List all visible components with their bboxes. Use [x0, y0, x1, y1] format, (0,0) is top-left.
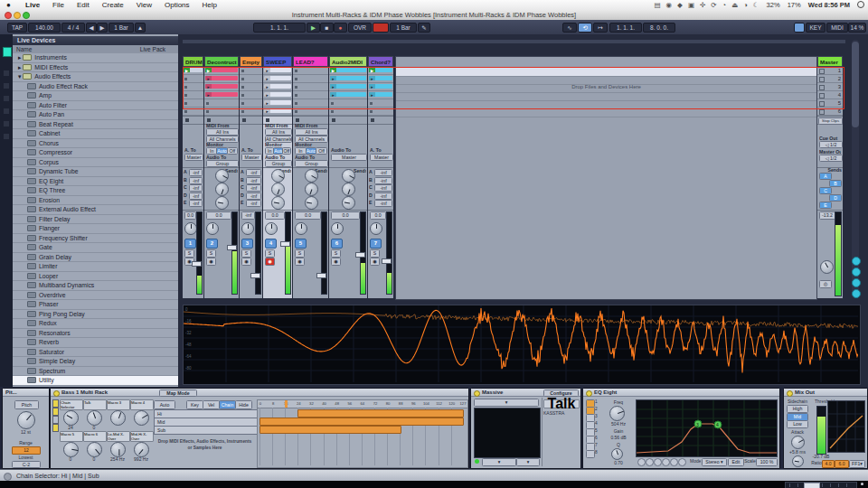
master-send-A[interactable]: A [819, 173, 832, 180]
browser-item-utility[interactable]: Utility [13, 376, 178, 386]
clip-slot[interactable] [293, 108, 328, 116]
clip[interactable]: ▸ [264, 76, 291, 80]
send-knob-B[interactable] [215, 183, 229, 196]
clip-slot[interactable]: ▶ [183, 67, 203, 75]
fader-cap[interactable] [227, 245, 237, 250]
volume-value[interactable]: -inf [241, 211, 255, 220]
preset-selector[interactable]: ▾ [474, 399, 539, 407]
browser-tab-led[interactable] [3, 47, 12, 57]
menu-edit[interactable]: Edit [71, 0, 96, 10]
midi-map-button[interactable]: MIDI [826, 23, 848, 33]
device-title[interactable]: EQ Eight [583, 389, 779, 397]
browser-item-redux[interactable]: Redux [13, 319, 178, 329]
midi-from-input[interactable]: All Ins [265, 128, 292, 136]
macro-knob-4[interactable] [134, 410, 149, 426]
clip-slot[interactable] [293, 99, 328, 108]
clip[interactable]: ▸ [264, 100, 291, 105]
clip-slot[interactable]: ▸ [263, 75, 292, 83]
send-knob-A[interactable] [342, 169, 355, 183]
send-amount-D[interactable]: -inf [189, 192, 203, 200]
pan-knob[interactable] [206, 222, 219, 235]
send-amount-B[interactable]: -inf [246, 177, 261, 184]
tempo-field[interactable]: 140.00 [28, 23, 61, 33]
clip-slot[interactable]: ▶ [204, 67, 239, 75]
browser-item-limiter[interactable]: Limiter [13, 262, 178, 272]
clip-slot[interactable] [329, 99, 367, 108]
clip[interactable]: ▸ [330, 92, 366, 97]
send-knob-C[interactable] [215, 196, 229, 210]
clip-slot[interactable]: ▸ [368, 91, 393, 99]
clip-slot[interactable] [240, 67, 262, 75]
master-header[interactable]: Master [817, 56, 843, 67]
browser-item-eq-eight[interactable]: EQ Eight [13, 177, 178, 187]
macro-knob-7[interactable] [110, 442, 126, 457]
macro-knob-6[interactable] [87, 442, 102, 457]
plugin-footer-box2[interactable]: ▾ [516, 458, 540, 466]
sync-icon[interactable]: ⟳ [711, 1, 716, 9]
eq-band-toggle-8[interactable] [586, 450, 595, 458]
browser-item-amp[interactable]: Amp [13, 91, 178, 101]
clip-slot[interactable] [293, 67, 328, 75]
track-activator[interactable]: 7 [370, 239, 382, 249]
audio-to-input[interactable]: Master [241, 154, 262, 161]
scene-launch-button[interactable] [819, 85, 825, 90]
volume-value[interactable]: 0.0 [265, 211, 285, 220]
macro-name[interactable]: Mid-Hi X-Over [130, 431, 154, 442]
plugin-active-led[interactable] [475, 459, 479, 464]
browser-item-midi-effects[interactable]: ▸ MIDI Effects [13, 63, 178, 73]
eq-band-shape-button[interactable] [637, 458, 646, 466]
clip[interactable]: ▸ [369, 84, 392, 89]
fader-cap[interactable] [355, 252, 365, 258]
macro-name[interactable]: Lo-Mid X-Over [107, 431, 130, 442]
clip-slot[interactable]: ▶ [368, 67, 393, 75]
browser-item-filter-delay[interactable]: Filter Delay [13, 215, 178, 225]
send-amount-B[interactable]: -inf [189, 177, 203, 184]
master-send-B[interactable]: B [829, 180, 842, 187]
clip-slot[interactable] [204, 99, 239, 108]
track-stop-button[interactable] [332, 118, 335, 122]
track-header[interactable]: Chord? [368, 56, 393, 67]
audio-to-input[interactable]: Master [184, 154, 203, 161]
clip-slot[interactable]: ▸ [263, 83, 292, 91]
moon-icon[interactable]: ☾ [753, 1, 760, 9]
clip-slot[interactable] [183, 75, 203, 83]
volume-value[interactable]: 0.0 [295, 211, 321, 220]
clip-slot[interactable]: ▸ [204, 75, 239, 83]
device-title[interactable]: Mix Out [784, 389, 867, 397]
eq-band-shape-button[interactable] [662, 458, 670, 466]
arm-button[interactable]: ◉ [206, 258, 216, 266]
time-signature-field[interactable]: 4 / 4 [61, 23, 85, 33]
track-activator[interactable]: 3 [241, 239, 253, 249]
browser-pack-header[interactable]: Live Pack [140, 45, 178, 53]
track-activator[interactable]: 6 [331, 239, 343, 249]
send-knob-A[interactable] [215, 169, 229, 183]
browser-item-ping-pong-delay[interactable]: Ping Pong Delay [13, 310, 178, 320]
master-send-D[interactable]: D [829, 194, 842, 202]
clip-slot[interactable]: ▸ [329, 91, 367, 99]
browser-item-dynamic-tube[interactable]: Dynamic Tube [13, 167, 178, 177]
send-knob-A[interactable] [271, 169, 285, 183]
macro-knob-1[interactable] [63, 410, 79, 426]
tab-hide[interactable]: Hide [235, 400, 252, 409]
mixout-power-icon[interactable] [787, 390, 793, 397]
browser-item-reverb[interactable]: Reverb [13, 338, 178, 348]
apple-icon[interactable]: ● [0, 0, 17, 10]
solo-button[interactable]: S [331, 249, 341, 258]
release-knob[interactable] [792, 455, 804, 467]
spaces-icon[interactable]: ◆ [677, 1, 683, 9]
rack-power-icon[interactable] [53, 390, 60, 397]
finder-icon[interactable]: ▣ [688, 1, 694, 9]
clip-slot[interactable] [240, 108, 262, 116]
browser-item-gate[interactable]: Gate [13, 243, 178, 253]
arrangement-position-field[interactable]: 1. 1. 1. [253, 23, 306, 33]
clip[interactable]: ▸ [205, 92, 238, 97]
clip-slot[interactable]: ▸ [368, 75, 393, 83]
eq8-power-icon[interactable] [586, 390, 592, 397]
device-title[interactable]: Pit... [3, 389, 49, 397]
knee-value[interactable]: 6.0 dB [835, 460, 849, 468]
browser-item-audio-effect-rack[interactable]: Audio Effect Rack [13, 82, 178, 92]
macro-knob-2[interactable] [87, 410, 102, 426]
eq-band-shape-button[interactable] [670, 458, 678, 466]
stop-button[interactable]: ■ [320, 23, 334, 33]
pitch-param-box[interactable]: Pitch [14, 400, 39, 409]
